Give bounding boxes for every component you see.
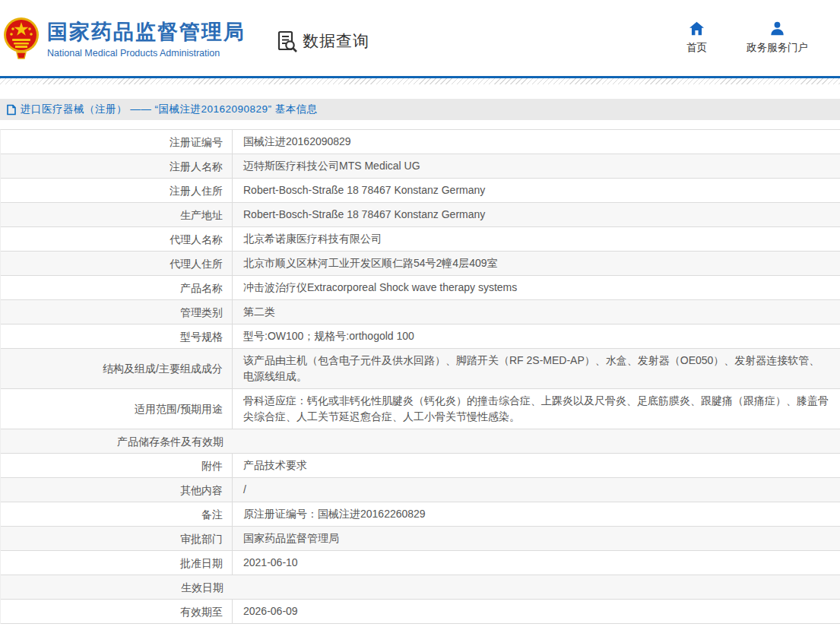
org-name-en: National Medical Products Administration (47, 48, 246, 59)
field-value: 冲击波治疗仪Extracorporeal Shock wave therapy … (233, 276, 840, 299)
field-value: 国家药品监督管理局 (233, 527, 840, 550)
nav-home[interactable]: 首页 (686, 21, 707, 55)
field-label: 适用范围/预期用途 (1, 389, 233, 429)
table-row: 备注原注册证编号：国械注进20162260829 (1, 502, 840, 527)
data-query-label: 数据查询 (303, 30, 369, 52)
field-value: 迈特斯医疗科技公司MTS Medical UG (233, 154, 840, 178)
field-label: 产品储存条件及有效期 (1, 429, 233, 453)
field-value: 北京希诺康医疗科技有限公司 (233, 227, 840, 251)
field-label: 附件 (1, 454, 233, 477)
table-row: 注册人住所Robert-Bosch-Straße 18 78467 Konsta… (1, 179, 840, 203)
field-label: 备注 (1, 502, 233, 526)
field-label: 注册证编号 (1, 130, 233, 154)
table-row: 产品储存条件及有效期 (1, 429, 840, 454)
table-row: 管理类别第二类 (1, 300, 840, 324)
table-row: 适用范围/预期用途骨科适应症：钙化或非钙化性肌腱炎（钙化炎）的撞击综合症、上踝炎… (1, 389, 840, 429)
table-row: 附件产品技术要求 (1, 454, 840, 478)
field-label: 管理类别 (1, 300, 233, 324)
field-label: 批准日期 (1, 551, 233, 575)
breadcrumb-text: 进口医疗器械（注册） —— “国械注进20162090829” 基本信息 (21, 103, 318, 116)
field-label: 生产地址 (1, 203, 233, 226)
field-label: 产品名称 (1, 276, 233, 299)
national-emblem-logo (3, 15, 40, 61)
field-value (233, 575, 840, 599)
field-label: 其他内容 (1, 478, 233, 502)
field-label: 代理人住所 (1, 252, 233, 275)
field-label: 审批部门 (1, 527, 233, 550)
hatch-strip (0, 78, 840, 84)
brand-text: 国家药品监督管理局 National Medical Products Admi… (47, 18, 246, 59)
nav-home-label: 首页 (686, 41, 707, 55)
table-row: 注册证编号国械注进20162090829 (1, 130, 840, 154)
field-label: 型号规格 (1, 324, 233, 348)
user-icon (769, 21, 785, 36)
table-row: 生效日期 (1, 575, 840, 600)
table-row: 代理人名称北京希诺康医疗科技有限公司 (1, 227, 840, 252)
field-value: 2026-06-09 (233, 600, 840, 623)
field-label: 代理人名称 (1, 227, 233, 251)
org-name-cn: 国家药品监督管理局 (47, 18, 246, 46)
table-row: 代理人住所北京市顺义区林河工业开发区顺仁路54号2幢4层409室 (1, 252, 840, 276)
field-value: 第二类 (233, 300, 840, 324)
top-nav: 首页 政务服务门户 (686, 21, 808, 55)
table-row: 其他内容/ (1, 478, 840, 502)
table-row: 生产地址Robert-Bosch-Straße 18 78467 Konstan… (1, 203, 840, 227)
data-query-icon (276, 30, 299, 52)
nmpa-brand: 国家药品监督管理局 National Medical Products Admi… (3, 15, 246, 61)
field-value: 原注册证编号：国械注进20162260829 (233, 502, 840, 526)
registration-table: 注册证编号国械注进20162090829注册人名称迈特斯医疗科技公司MTS Me… (0, 129, 840, 624)
field-label: 生效日期 (1, 575, 233, 599)
field-label: 注册人住所 (1, 179, 233, 202)
document-icon (6, 104, 17, 116)
field-value: 型号:OW100；规格号:orthogold 100 (233, 324, 840, 348)
table-row: 审批部门国家药品监督管理局 (1, 527, 840, 551)
nav-gov-portal[interactable]: 政务服务门户 (746, 21, 808, 55)
field-value: / (233, 478, 840, 502)
field-label: 注册人名称 (1, 154, 233, 178)
field-value (233, 429, 840, 453)
field-label: 有效期至 (1, 600, 233, 623)
field-value: 北京市顺义区林河工业开发区顺仁路54号2幢4层409室 (233, 252, 840, 275)
table-row: 注册人名称迈特斯医疗科技公司MTS Medical UG (1, 154, 840, 179)
table-row: 型号规格型号:OW100；规格号:orthogold 100 (1, 324, 840, 349)
field-value: 骨科适应症：钙化或非钙化性肌腱炎（钙化炎）的撞击综合症、上踝炎以及尺骨炎、足底筋… (233, 389, 840, 429)
data-query-heading: 数据查询 (276, 30, 369, 52)
field-value: 该产品由主机（包含电子元件及供水回路）、脚踏开关（RF 2S-MED-AP）、水… (233, 349, 840, 388)
table-row: 批准日期2021-06-10 (1, 551, 840, 575)
field-value: Robert-Bosch-Straße 18 78467 Konstanz Ge… (233, 203, 840, 226)
table-row: 结构及组成/主要组成成分该产品由主机（包含电子元件及供水回路）、脚踏开关（RF … (1, 349, 840, 389)
nav-gov-portal-label: 政务服务门户 (746, 41, 808, 55)
field-value: 产品技术要求 (233, 454, 840, 477)
breadcrumb: 进口医疗器械（注册） —— “国械注进20162090829” 基本信息 (0, 99, 840, 120)
field-label: 结构及组成/主要组成成分 (1, 349, 233, 388)
site-header: 国家药品监督管理局 National Medical Products Admi… (0, 0, 840, 76)
table-row: 产品名称冲击波治疗仪Extracorporeal Shock wave ther… (1, 276, 840, 300)
table-row: 有效期至2026-06-09 (1, 600, 840, 624)
field-value: 2021-06-10 (233, 551, 840, 575)
home-icon (689, 21, 705, 36)
field-value: Robert-Bosch-Straße 18 78467 Konstanz Ge… (233, 179, 840, 202)
field-value: 国械注进20162090829 (233, 130, 840, 154)
